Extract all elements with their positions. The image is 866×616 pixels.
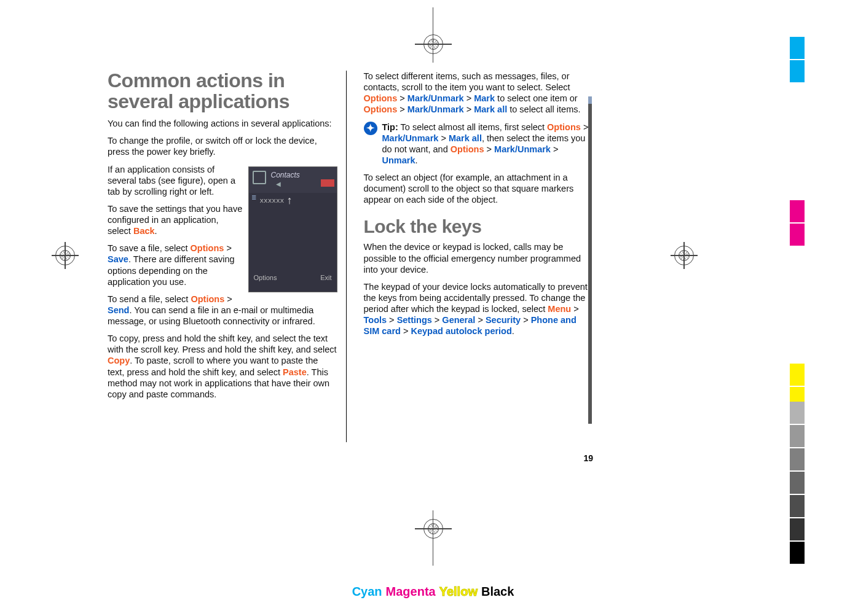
scrollbar bbox=[588, 96, 592, 424]
page-number: 19 bbox=[583, 453, 593, 463]
swatch bbox=[790, 518, 805, 540]
ui-label-options: Options bbox=[191, 294, 224, 304]
ui-label-mark-unmark: Mark/Unmark bbox=[494, 144, 551, 154]
registration-mark-bottom bbox=[423, 519, 443, 567]
heading-lock-keys: Lock the keys bbox=[364, 216, 594, 236]
ui-label-security: Security bbox=[486, 315, 521, 325]
tip-text: Tip: To select almost all items, first s… bbox=[382, 122, 594, 166]
swatch bbox=[790, 224, 805, 246]
ui-label-save: Save bbox=[108, 254, 128, 264]
body-text: To send a file, select Options > Send. Y… bbox=[108, 294, 337, 327]
ui-label-mark-all: Mark all bbox=[449, 133, 482, 143]
ui-label-options: Options bbox=[364, 93, 398, 103]
ui-label-paste: Paste bbox=[283, 367, 307, 377]
ui-label-mark-unmark: Mark/Unmark bbox=[407, 104, 464, 114]
swatch bbox=[790, 542, 805, 564]
ui-label-tools: Tools bbox=[364, 315, 387, 325]
swatch bbox=[790, 364, 805, 386]
swatch bbox=[790, 448, 805, 470]
ui-label-menu: Menu bbox=[548, 304, 571, 314]
ui-label-mark: Mark bbox=[474, 93, 495, 103]
body-text: To change the profile, or switch off or … bbox=[108, 135, 337, 157]
ui-label-options: Options bbox=[547, 122, 581, 132]
softkey-options: Options bbox=[254, 274, 277, 281]
up-arrow-icon: ↑ bbox=[287, 194, 293, 207]
swatch bbox=[790, 60, 805, 82]
contacts-app-icon bbox=[253, 171, 266, 184]
right-column: To select different items, such as messa… bbox=[364, 71, 594, 442]
ui-label-options: Options bbox=[191, 243, 224, 253]
swatch bbox=[790, 402, 805, 424]
grey-tabs bbox=[790, 402, 805, 565]
black-label: Black bbox=[481, 585, 514, 598]
swatch bbox=[790, 472, 805, 494]
ui-label-keypad-autolock: Keypad autolock period bbox=[411, 326, 511, 336]
ui-label-mark-unmark: Mark/Unmark bbox=[382, 133, 439, 143]
page-content: Common actions in several applications Y… bbox=[108, 71, 593, 442]
swatch bbox=[790, 200, 805, 222]
registration-mark-top bbox=[423, 6, 443, 54]
body-text: When the device or keypad is locked, cal… bbox=[364, 241, 594, 275]
body-text: To copy, press and hold the shift key, a… bbox=[108, 333, 337, 400]
screenshot-figure: Contacts ◀ ≣ xxxxxx ↑ Options Exit bbox=[248, 166, 337, 292]
ui-label-back: Back bbox=[133, 226, 155, 236]
body-text: To select different items, such as messa… bbox=[364, 71, 594, 115]
cmyk-label: CyanCyan MagentaMagenta YellowYellow Bla… bbox=[352, 585, 514, 599]
left-column: Common actions in several applications Y… bbox=[108, 71, 347, 442]
left-arrow-icon: ◀ bbox=[276, 181, 281, 187]
body-text: The keypad of your device locks automati… bbox=[364, 281, 594, 337]
ui-label-copy: Copy bbox=[108, 356, 130, 365]
body-text: To select an object (for example, an att… bbox=[364, 172, 594, 205]
signal-bars-icon: ≣ bbox=[251, 194, 256, 201]
ui-label-unmark: Unmark bbox=[382, 155, 415, 165]
ui-label-send: Send bbox=[108, 305, 129, 315]
ui-label-general: General bbox=[442, 315, 475, 325]
tip-block: ✦ Tip: To select almost all items, first… bbox=[364, 122, 594, 166]
tip-icon: ✦ bbox=[364, 122, 377, 135]
color-tabs bbox=[790, 37, 805, 410]
registration-mark-left bbox=[55, 246, 75, 265]
heading-common-actions: Common actions in several applications bbox=[108, 71, 337, 112]
softkey-exit: Exit bbox=[320, 274, 331, 281]
swatch bbox=[790, 495, 805, 517]
ui-label-mark-all: Mark all bbox=[474, 104, 507, 114]
ui-label-options: Options bbox=[364, 104, 398, 114]
signal-icon bbox=[321, 179, 334, 187]
registration-mark-right bbox=[674, 246, 694, 265]
figure-title: Contacts bbox=[271, 171, 300, 179]
ui-label-settings: Settings bbox=[397, 315, 432, 325]
swatch bbox=[790, 425, 805, 447]
ui-label-mark-unmark: Mark/Unmark bbox=[407, 93, 464, 103]
swatch bbox=[790, 37, 805, 59]
contact-entry: xxxxxx bbox=[260, 197, 285, 205]
body-text: You can find the following actions in se… bbox=[108, 118, 337, 129]
ui-label-options: Options bbox=[451, 144, 484, 154]
